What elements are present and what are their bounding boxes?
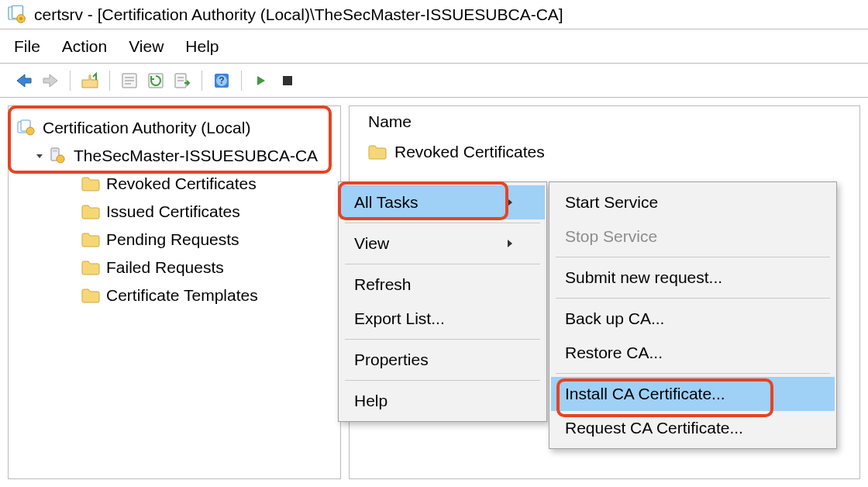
svg-point-3 bbox=[19, 17, 22, 20]
svg-point-21 bbox=[57, 155, 64, 163]
start-service-button[interactable] bbox=[250, 69, 273, 92]
ctx-label: Restore CA... bbox=[565, 344, 815, 362]
ctx-label: Properties bbox=[354, 351, 525, 369]
stop-service-button[interactable] bbox=[276, 69, 299, 92]
up-button[interactable] bbox=[78, 69, 102, 92]
ctx-label: View bbox=[354, 234, 506, 253]
window-title: certsrv - [Certification Authority (Loca… bbox=[34, 5, 563, 24]
refresh-button[interactable] bbox=[144, 69, 167, 92]
tree-child-label: Revoked Certificates bbox=[106, 174, 257, 193]
title-bar: certsrv - [Certification Authority (Loca… bbox=[0, 0, 868, 29]
ctx-separator bbox=[345, 264, 540, 264]
tree-ca-node[interactable]: TheSecMaster-ISSUESUBCA-CA Revoked Certi… bbox=[29, 142, 336, 309]
list-row-revoked[interactable]: Revoked Certificates bbox=[350, 139, 859, 165]
help-button[interactable]: ? bbox=[210, 69, 233, 92]
ctx-label: Request CA Certificate... bbox=[565, 419, 815, 437]
ctx-properties[interactable]: Properties bbox=[340, 343, 545, 377]
forward-button[interactable] bbox=[39, 69, 62, 92]
ctx-separator bbox=[556, 373, 830, 374]
menu-action[interactable]: Action bbox=[59, 34, 126, 59]
toolbar: ? bbox=[0, 64, 868, 98]
tree-child-failed[interactable]: Failed Requests bbox=[78, 254, 336, 281]
submenu-arrow-icon bbox=[506, 197, 525, 208]
toolbar-separator bbox=[70, 71, 71, 91]
tree-child-templates[interactable]: Certificate Templates bbox=[78, 281, 336, 309]
tree-child-label: Failed Requests bbox=[106, 258, 224, 277]
submenu-arrow-icon bbox=[506, 238, 525, 249]
folder-icon bbox=[81, 260, 100, 275]
tree-root-label: Certification Authority (Local) bbox=[43, 119, 250, 137]
ctx-label: Install CA Certificate... bbox=[565, 385, 815, 403]
ctx-separator bbox=[345, 223, 540, 223]
sub-install-ca-cert[interactable]: Install CA Certificate... bbox=[551, 377, 835, 411]
ctx-label: All Tasks bbox=[354, 193, 506, 212]
ctx-refresh[interactable]: Refresh bbox=[340, 268, 545, 302]
ctx-label: Help bbox=[354, 392, 525, 410]
sub-stop-service: Stop Service bbox=[551, 219, 835, 254]
ctx-export-list[interactable]: Export List... bbox=[340, 302, 545, 336]
menu-bar: File Action View Help bbox=[0, 29, 868, 64]
menu-view[interactable]: View bbox=[126, 34, 182, 59]
menu-help[interactable]: Help bbox=[182, 34, 237, 59]
sub-start-service[interactable]: Start Service bbox=[551, 185, 835, 219]
ca-root-icon bbox=[16, 118, 36, 138]
tree-child-issued[interactable]: Issued Certificates bbox=[78, 198, 336, 226]
folder-icon bbox=[81, 232, 100, 247]
svg-text:?: ? bbox=[219, 75, 224, 86]
submenu-all-tasks: Start Service Stop Service Submit new re… bbox=[549, 181, 837, 449]
toolbar-separator bbox=[109, 71, 110, 91]
ctx-separator bbox=[345, 380, 540, 381]
ctx-help[interactable]: Help bbox=[340, 384, 545, 418]
certsrv-window: certsrv - [Certification Authority (Loca… bbox=[0, 0, 868, 487]
folder-icon bbox=[368, 144, 387, 160]
ctx-all-tasks[interactable]: All Tasks bbox=[340, 185, 545, 219]
list-header-name[interactable]: Name bbox=[350, 112, 859, 139]
folder-icon bbox=[81, 288, 100, 303]
ctx-label: Export List... bbox=[354, 309, 525, 328]
tree-pane: Certification Authority (Local) bbox=[8, 105, 341, 479]
tree-child-label: Certificate Templates bbox=[106, 286, 258, 305]
tree-child-revoked[interactable]: Revoked Certificates bbox=[78, 170, 336, 198]
export-list-button[interactable] bbox=[170, 69, 194, 92]
tree-child-pending[interactable]: Pending Requests bbox=[78, 226, 336, 254]
folder-icon bbox=[81, 176, 100, 192]
ctx-label: Refresh bbox=[354, 275, 525, 294]
svg-rect-20 bbox=[53, 150, 57, 152]
ctx-label: Start Service bbox=[565, 193, 815, 212]
ctx-separator bbox=[556, 257, 830, 257]
svg-point-18 bbox=[26, 127, 34, 135]
ctx-label: Stop Service bbox=[565, 227, 815, 246]
ctx-label: Back up CA... bbox=[565, 309, 815, 328]
ca-server-icon bbox=[47, 146, 67, 166]
sub-submit-request[interactable]: Submit new request... bbox=[551, 261, 835, 295]
ctx-separator bbox=[345, 339, 540, 340]
ctx-label: Submit new request... bbox=[565, 268, 815, 287]
toolbar-separator bbox=[241, 71, 242, 91]
list-row-label: Revoked Certificates bbox=[394, 143, 545, 161]
context-menu: All Tasks View Refresh Export List... Pr… bbox=[338, 181, 547, 422]
sub-request-ca-cert[interactable]: Request CA Certificate... bbox=[551, 411, 835, 445]
menu-file[interactable]: File bbox=[11, 34, 59, 59]
certsrv-icon bbox=[8, 5, 26, 24]
sub-backup-ca[interactable]: Back up CA... bbox=[551, 302, 835, 336]
tree-child-label: Issued Certificates bbox=[106, 202, 240, 221]
tree-child-label: Pending Requests bbox=[106, 230, 239, 249]
tree-root-node[interactable]: Certification Authority (Local) bbox=[13, 114, 336, 309]
folder-icon bbox=[81, 204, 100, 219]
properties-button[interactable] bbox=[118, 69, 141, 92]
toolbar-separator bbox=[202, 71, 202, 91]
svg-rect-15 bbox=[283, 76, 292, 85]
ctx-view[interactable]: View bbox=[340, 226, 545, 261]
tree-ca-label: TheSecMaster-ISSUESUBCA-CA bbox=[74, 147, 318, 165]
sub-restore-ca[interactable]: Restore CA... bbox=[551, 336, 835, 370]
back-button[interactable] bbox=[12, 69, 36, 92]
ctx-separator bbox=[556, 298, 830, 299]
expand-toggle[interactable] bbox=[32, 151, 47, 161]
